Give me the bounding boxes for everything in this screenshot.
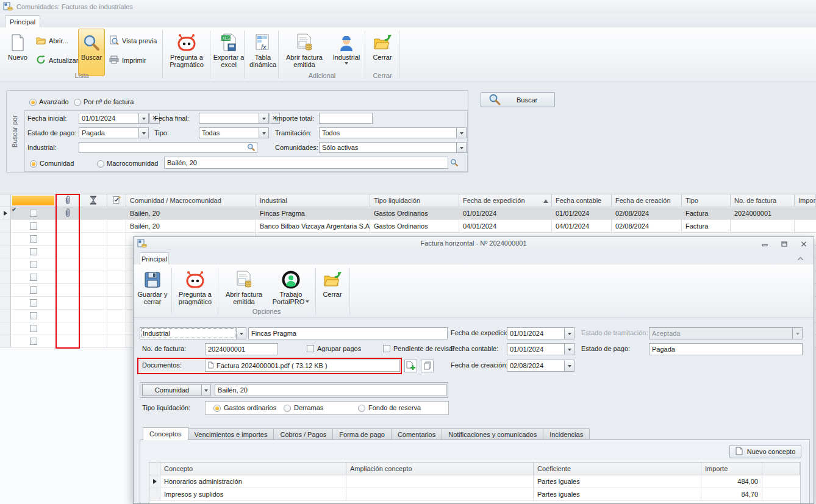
total-amount-input[interactable] [319, 113, 373, 124]
community-selector-dropdown-button[interactable] [201, 384, 211, 396]
radio-fondo-reserva[interactable] [358, 405, 365, 412]
community-input[interactable]: Bailén, 20 [164, 157, 448, 169]
radio-macrocomunidad[interactable] [97, 160, 104, 168]
header-ampliacion[interactable]: Ampliación concepto [346, 463, 534, 475]
row-checkbox[interactable] [30, 325, 37, 332]
community-search-icon[interactable] [450, 158, 459, 168]
search-button[interactable]: Buscar [78, 29, 105, 76]
communities-select[interactable]: Sólo activas [319, 142, 457, 153]
row-checkbox[interactable] [30, 261, 37, 268]
row-checkbox[interactable] [30, 274, 37, 281]
pivot-table-button[interactable]: fx Tabla dinámica [246, 29, 279, 76]
tab-comentarios[interactable]: Comentarios [392, 428, 442, 440]
invoice-number-input[interactable]: 2024000001 [205, 343, 278, 355]
concept-row[interactable]: Impresos y suplidos Partes iguales 84,70 [149, 488, 800, 501]
select-all-checkbox[interactable] [30, 197, 37, 204]
radio-derramas[interactable] [284, 405, 291, 412]
print-button[interactable]: Imprimir [107, 54, 148, 66]
row-checkbox[interactable] [30, 222, 37, 230]
issue-date-dropdown-button[interactable] [564, 327, 574, 339]
export-excel-button[interactable]: XLSX Exportar a excel [212, 29, 245, 76]
tab-incidencias[interactable]: Incidencias [543, 428, 590, 440]
maximize-button[interactable] [776, 240, 792, 249]
concept-row[interactable]: Honorarios administración Partes iguales… [149, 475, 800, 488]
header-importe[interactable]: Importe [701, 463, 762, 475]
header-coeficiente[interactable]: Coeficiente [534, 463, 701, 475]
tab-principal[interactable]: Principal [5, 15, 40, 27]
tab-notificaciones[interactable]: Notificaciones y comunicados [442, 428, 543, 440]
tab-vencimientos[interactable]: Vencimientos e importes [188, 428, 274, 440]
start-date-input[interactable]: 01/01/2024 [79, 113, 139, 124]
header-fecha-expedicion[interactable]: Fecha de expedición [459, 194, 552, 207]
row-checkbox[interactable] [30, 248, 37, 255]
start-date-dropdown-button[interactable] [138, 113, 149, 124]
radio-gastos-ordinarios[interactable] [213, 405, 221, 412]
header-tipo[interactable]: Tipo [682, 194, 731, 207]
end-date-input[interactable] [199, 113, 259, 124]
row-checkbox[interactable] [30, 312, 37, 319]
type-dropdown-button[interactable] [259, 127, 269, 138]
radio-comunidad[interactable] [30, 160, 37, 168]
industrial-search-icon[interactable] [247, 143, 256, 153]
header-pending[interactable] [79, 194, 107, 207]
collapse-ribbon-button[interactable] [797, 255, 804, 262]
ask-pragmatico-button[interactable]: Pregunta a pragmático [174, 266, 217, 308]
header-tipo-liquidacion[interactable]: Tipo liquidación [370, 194, 459, 207]
radio-por-factura[interactable] [74, 99, 81, 106]
header-attachment[interactable] [56, 194, 79, 207]
field-type-selector[interactable]: Industrial [140, 327, 237, 339]
portalpro-button[interactable]: Trabajo PortalPRO [269, 266, 313, 308]
processing-dropdown-button[interactable] [456, 127, 467, 138]
copy-document-button[interactable] [421, 360, 434, 372]
row-checkbox[interactable] [30, 235, 37, 243]
new-button[interactable]: Nuevo [4, 29, 32, 76]
row-select-cell[interactable] [11, 207, 56, 219]
refresh-button[interactable]: Actualizar [34, 54, 80, 66]
pending-review-checkbox[interactable] [383, 345, 390, 352]
header-reviewed[interactable] [107, 194, 126, 207]
open-issued-invoice-button[interactable]: Abrir factura emitida [281, 29, 328, 76]
row-checkbox[interactable] [30, 338, 37, 345]
table-row[interactable]: Bailén, 20 Fincas Pragma Gastos Ordinari… [0, 207, 816, 220]
payment-state-select[interactable]: Pagada [79, 127, 139, 138]
header-fecha-creacion[interactable]: Fecha de creación [612, 194, 682, 207]
new-concept-button[interactable]: Nuevo concepto [729, 445, 801, 458]
accounting-date-dropdown-button[interactable] [564, 343, 574, 355]
close-button[interactable]: Cerrar [318, 266, 347, 308]
end-date-dropdown-button[interactable] [259, 113, 269, 124]
close-window-button[interactable] [796, 240, 812, 249]
communities-dropdown-button[interactable] [456, 142, 467, 153]
open-issued-invoice-button[interactable]: Abrir factura emitida [220, 266, 268, 308]
header-fecha-contable[interactable]: Fecha contable [552, 194, 612, 207]
tab-conceptos[interactable]: Conceptos [143, 427, 188, 440]
header-comunidad[interactable]: Comunidad / Macrocomunidad [126, 194, 256, 207]
type-select[interactable]: Todas [199, 127, 259, 138]
row-checkbox[interactable] [30, 286, 37, 294]
header-industrial[interactable]: Industrial [256, 194, 370, 207]
industrial-name-input[interactable]: Fincas Pragma [248, 327, 448, 339]
minimize-button[interactable] [757, 240, 773, 249]
header-concepto[interactable]: Concepto [160, 463, 346, 475]
industrial-input[interactable] [79, 142, 257, 153]
header-select-all[interactable] [11, 194, 56, 207]
community-selector-button[interactable]: Comunidad [142, 384, 202, 396]
payment-state-dropdown-button[interactable] [138, 127, 149, 138]
table-row[interactable]: Bailén, 20 Banco Bilbao Vizcaya Argentar… [0, 220, 816, 233]
row-checkbox-checked[interactable] [30, 210, 37, 217]
save-close-button[interactable]: Guardar y cerrar [136, 266, 169, 308]
issue-date-input[interactable]: 01/01/2024 [507, 327, 565, 339]
tab-cobros-pagos[interactable]: Cobros / Pagos [274, 428, 333, 440]
ask-pragmatico-button[interactable]: Pregunta a Pragmático [165, 29, 209, 76]
accounting-date-input[interactable]: 01/01/2024 [507, 343, 565, 355]
radio-avanzado[interactable] [29, 99, 37, 106]
processing-select[interactable]: Todos [319, 127, 457, 138]
open-button[interactable]: Abrir... [34, 35, 70, 47]
search-submit-button[interactable]: Buscar [481, 92, 555, 107]
row-checkbox[interactable] [30, 299, 37, 307]
header-no-factura[interactable]: No. de factura [731, 194, 795, 207]
industrial-button[interactable]: Industrial [329, 29, 363, 76]
dialog-tab-principal[interactable]: Principal [140, 252, 169, 264]
preview-button[interactable]: Vista previa [107, 35, 159, 47]
community-name-input[interactable]: Bailén, 20 [215, 384, 446, 396]
tab-forma-pago[interactable]: Forma de pago [333, 428, 392, 440]
